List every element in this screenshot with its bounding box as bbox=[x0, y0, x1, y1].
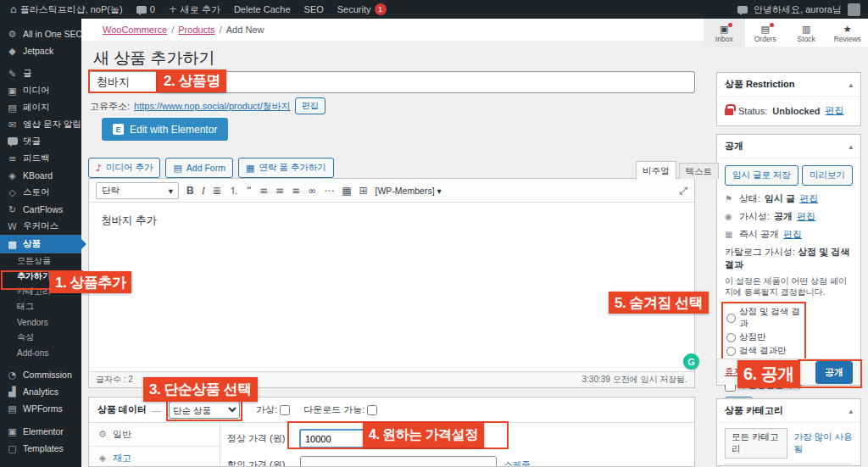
breadcrumb-woocommerce[interactable]: WooCommerce bbox=[103, 25, 167, 35]
fullscreen-icon[interactable]: ⤢ bbox=[679, 185, 687, 197]
comments-shortcut[interactable]: 0 bbox=[130, 0, 162, 19]
schedule-edit-link[interactable]: 편집 bbox=[783, 228, 802, 241]
radio-shop-only[interactable]: 상점만 bbox=[726, 331, 801, 343]
sidebar-item-woocommerce[interactable]: W우커머스 bbox=[0, 218, 81, 235]
security-menu[interactable]: Security 1 bbox=[331, 0, 393, 19]
sidebar-item-templates[interactable]: ▢Templates bbox=[0, 440, 81, 457]
tab-all-categories[interactable]: 모든 카테고리 bbox=[725, 428, 787, 459]
sale-price-label: 할인 가격 (원) bbox=[227, 459, 300, 467]
radio-search-only[interactable]: 검색 결과만 bbox=[726, 345, 801, 357]
sidebar-sub-addons[interactable]: Add-ons bbox=[0, 345, 81, 360]
user-greeting[interactable]: 안녕하세요, aurora님 bbox=[754, 3, 842, 16]
collapse-icon[interactable]: ▴ bbox=[849, 81, 853, 89]
preview-button[interactable]: 미리보기 bbox=[802, 165, 853, 186]
tab-visual[interactable]: 비주얼 bbox=[636, 161, 676, 180]
more-tag-icon[interactable]: ⋯ bbox=[324, 186, 334, 196]
sidebar-item-pages[interactable]: ▤페이지 bbox=[0, 99, 81, 116]
tab-most-used[interactable]: 가장 많이 사용됨 bbox=[794, 431, 853, 455]
delete-cache-button[interactable]: Delete Cache bbox=[227, 0, 298, 19]
paragraph-format-select[interactable]: 단락 ▾ bbox=[96, 182, 179, 199]
sidebar-item-media[interactable]: ▣미디어 bbox=[0, 82, 81, 99]
restriction-edit-link[interactable]: 편집 bbox=[825, 104, 843, 117]
seo-menu[interactable]: SEO bbox=[298, 0, 331, 19]
sidebar-item-sms-alert[interactable]: ✉엠샵 문자 알림 bbox=[0, 116, 81, 133]
tab-orders[interactable]: ▤ Orders bbox=[745, 19, 787, 47]
radio-input[interactable] bbox=[726, 347, 736, 356]
numbered-list-icon[interactable]: ⒈ bbox=[229, 186, 239, 196]
collapse-icon[interactable]: ▴ bbox=[849, 407, 853, 415]
product-type-select[interactable]: 단순 상품 bbox=[169, 401, 240, 419]
sidebar-item-kboard[interactable]: ◈KBoard bbox=[0, 167, 81, 184]
sidebar-sub-tags[interactable]: 태그 bbox=[0, 299, 81, 314]
editor-toolbar: 단락 ▾ B I ≣ ⒈ “ ≡ ≡ ≡ ∞ ⋯ ▦ ⊞ [WP-Members… bbox=[89, 179, 694, 203]
bullet-list-icon[interactable]: ≣ bbox=[213, 186, 221, 196]
toolbar-toggle-icon[interactable]: ⊞ bbox=[359, 186, 367, 196]
align-right-icon[interactable]: ≡ bbox=[292, 186, 300, 196]
wp-members-dropdown[interactable]: [WP-Members] ▾ bbox=[376, 186, 442, 196]
sidebar-item-all-in-one-seo[interactable]: ⚙All in One SEO bbox=[0, 25, 81, 42]
sidebar-sub-attributes[interactable]: 속성 bbox=[0, 330, 81, 345]
align-left-icon[interactable]: ≡ bbox=[259, 186, 268, 196]
wp-members-label: [WP-Members] bbox=[376, 186, 435, 196]
schedule-link[interactable]: 스케줄 bbox=[504, 459, 531, 467]
collapse-icon[interactable]: ▴ bbox=[849, 142, 853, 151]
add-contact-form-button[interactable]: ▦ 연락 폼 추가하기 bbox=[238, 158, 334, 178]
status-edit-link[interactable]: 편집 bbox=[799, 192, 818, 205]
restriction-panel-title: 상품 Restriction bbox=[725, 78, 795, 91]
add-form-button[interactable]: ▤ Add Form bbox=[165, 158, 233, 178]
align-center-icon[interactable]: ≡ bbox=[275, 186, 284, 196]
permalink-edit-button[interactable]: 편집 bbox=[295, 97, 326, 114]
blockquote-icon[interactable]: “ bbox=[247, 186, 252, 196]
sidebar-item-wpforms[interactable]: ▤WPForms bbox=[0, 400, 81, 417]
tab-text[interactable]: 텍스트 bbox=[679, 163, 720, 179]
sidebar-sub-vendors[interactable]: Vendors bbox=[0, 314, 81, 330]
tab-stock[interactable]: ▥ Stock bbox=[786, 19, 827, 47]
woocommerce-icon: W bbox=[7, 221, 18, 232]
italic-icon[interactable]: I bbox=[202, 186, 205, 196]
divider-dash: — bbox=[152, 405, 161, 415]
edit-with-elementor-button[interactable]: E Edit with Elementor bbox=[102, 118, 228, 141]
link-icon[interactable]: ∞ bbox=[308, 186, 316, 196]
sidebar-item-cartflows[interactable]: ↻CartFlows bbox=[0, 201, 81, 218]
sidebar-item-jetpack[interactable]: ◆Jetpack bbox=[0, 42, 81, 59]
publish-button[interactable]: 공개 bbox=[815, 361, 853, 384]
user-avatar[interactable] bbox=[848, 3, 860, 16]
stock-icon: ▥ bbox=[802, 25, 810, 34]
permalink-url[interactable]: https://www.nop.social/product/청바지 bbox=[134, 100, 291, 113]
tab-inbox[interactable]: ▣ Inbox bbox=[704, 19, 745, 47]
radio-input[interactable] bbox=[726, 314, 736, 323]
radio-shop-and-search[interactable]: 상점 및 검색 결과 bbox=[726, 306, 801, 330]
tab-general[interactable]: ⚙ 일반 bbox=[89, 423, 220, 447]
breadcrumb-products[interactable]: Products bbox=[178, 25, 214, 35]
sidebar-item-analytics[interactable]: ▟Analytics bbox=[0, 383, 81, 400]
elementor-icon: ▣ bbox=[7, 426, 18, 437]
sidebar-item-comments[interactable]: 댓글 bbox=[0, 133, 81, 150]
categories-panel-header[interactable]: 상품 카테고리 ▴ bbox=[717, 399, 860, 423]
sidebar-item-elementor[interactable]: ▣Elementor bbox=[0, 423, 81, 440]
sidebar-sub-all-products[interactable]: 모든상품 bbox=[0, 253, 81, 269]
sidebar-item-feedback[interactable]: ≡피드백 bbox=[0, 150, 81, 167]
sidebar-item-products[interactable]: ▩상품 bbox=[0, 235, 81, 253]
publish-panel-header[interactable]: 공개 ▴ bbox=[717, 135, 860, 158]
editor-content-area[interactable]: 청바지 추가 bbox=[89, 203, 694, 372]
sidebar-item-store[interactable]: ◇스토어 bbox=[0, 184, 81, 201]
virtual-checkbox[interactable] bbox=[280, 405, 290, 415]
radio-input[interactable] bbox=[726, 333, 736, 342]
regular-price-input[interactable] bbox=[300, 430, 364, 448]
restriction-panel-header[interactable]: 상품 Restriction ▴ bbox=[717, 73, 860, 97]
sidebar-item-posts[interactable]: ✎글 bbox=[0, 65, 81, 82]
tab-reviews[interactable]: ★ Reviews bbox=[827, 19, 868, 47]
new-content-menu[interactable]: + 새로 추가 bbox=[162, 0, 227, 19]
site-menu[interactable]: ⌂ 플라스틱프리샵, noP(놀) bbox=[3, 0, 130, 19]
tab-inventory-label: 재고 bbox=[113, 452, 131, 464]
save-draft-button[interactable]: 임시 글로 저장 bbox=[725, 165, 798, 186]
visibility-edit-link[interactable]: 편집 bbox=[797, 210, 815, 223]
table-icon[interactable]: ▦ bbox=[342, 186, 351, 196]
downloadable-checkbox[interactable] bbox=[367, 405, 377, 415]
sidebar-item-commission[interactable]: ◔Commission bbox=[0, 366, 81, 383]
sale-price-input[interactable] bbox=[300, 456, 497, 467]
add-media-button[interactable]: ♪ 미디어 추가 bbox=[88, 158, 160, 178]
bold-icon[interactable]: B bbox=[186, 186, 194, 196]
tab-inventory[interactable]: ◈ 재고 bbox=[89, 447, 220, 467]
grammarly-icon[interactable]: G bbox=[683, 353, 699, 370]
